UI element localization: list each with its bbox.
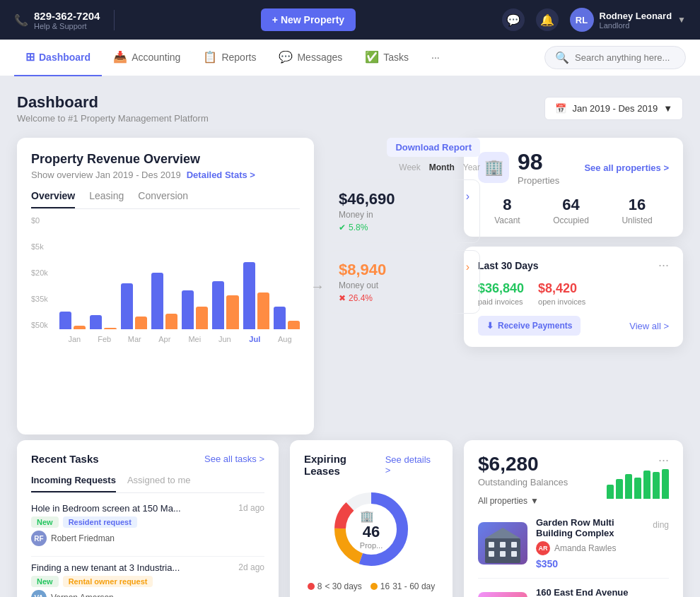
- user-profile[interactable]: RL Rodney Leonard Landlord ▼: [570, 8, 686, 32]
- task-user-avatar: RF: [31, 531, 47, 546]
- scroll-right-icon[interactable]: →: [310, 278, 325, 295]
- tab-month[interactable]: Month: [429, 162, 455, 172]
- bar-group-mei: [182, 290, 208, 329]
- donut-chart: 🏢 46 Prop...: [304, 487, 438, 572]
- paid-amount: $36,840: [478, 281, 524, 296]
- all-props-label: All properties: [478, 496, 527, 506]
- sidebar-item-dashboard[interactable]: ⊞ Dashboard: [14, 40, 102, 76]
- task-user-avatar: VA: [31, 590, 47, 597]
- expiring-leases-card: Expiring Leases See details > 🏢: [290, 440, 453, 597]
- outstanding-label: Outstanding Balances: [478, 477, 568, 487]
- mini-bar-6: [653, 472, 660, 499]
- tab-assigned-to-me[interactable]: Assigned to me: [127, 475, 191, 492]
- tab-overview[interactable]: Overview: [31, 190, 75, 208]
- money-in-amount: $46,690: [339, 190, 395, 208]
- agent-name-1: Amanda Rawles: [554, 543, 616, 553]
- tab-week[interactable]: Week: [399, 162, 420, 172]
- receive-payments-button[interactable]: ⬇ Receive Payments: [478, 316, 581, 336]
- legend-30days: 8 < 30 days: [308, 581, 362, 591]
- sidebar-item-more[interactable]: ···: [420, 40, 451, 76]
- money-panel: Download Report Week Month Year $46,690 …: [328, 138, 480, 321]
- properties-card: 🏢 98 Properties See all properties > 8 V…: [464, 138, 683, 237]
- legend-dot-red: [308, 583, 315, 590]
- money-in-percent: 5.8%: [349, 223, 368, 232]
- bar-mar-blue: [121, 283, 133, 329]
- more-options-icon[interactable]: ···: [658, 453, 669, 468]
- open-invoices-block: $8,420 open invoices: [538, 281, 585, 306]
- see-all-properties-link[interactable]: See all properties >: [584, 162, 669, 173]
- page-header: Dashboard Welcome to #1 Property Managem…: [17, 93, 683, 124]
- open-amount: $8,420: [538, 281, 585, 296]
- date-range-picker[interactable]: 📅 Jan 2019 - Des 2019 ▼: [544, 97, 683, 120]
- reports-icon: 📋: [203, 50, 217, 64]
- date-range-label: Jan 2019 - Des 2019: [572, 103, 658, 114]
- see-all-tasks-link[interactable]: See all tasks >: [204, 454, 264, 464]
- money-out-label: Money out: [339, 280, 386, 290]
- revenue-card-title: Property Revenue Overview: [31, 152, 300, 167]
- property-name-2: 160 East End Avenue Townhouse: [536, 587, 669, 597]
- agent-badge-1: AR: [536, 541, 550, 555]
- outstanding-left: $6,280 Outstanding Balances All properti…: [478, 453, 568, 506]
- mini-bar-3: [625, 474, 632, 499]
- chat-icon[interactable]: 💬: [502, 8, 525, 31]
- mini-bar-chart: [607, 471, 669, 499]
- bell-icon[interactable]: 🔔: [536, 8, 559, 31]
- view-all-link[interactable]: View all >: [629, 321, 669, 331]
- search-input[interactable]: [575, 52, 675, 63]
- download-report-button[interactable]: Download Report: [387, 138, 480, 157]
- money-out-section[interactable]: $8,940 Money out ✖ 26.4% ›: [328, 250, 480, 314]
- bar-apr-blue: [151, 273, 163, 329]
- bar-group-jun: [212, 281, 238, 329]
- sidebar-item-accounting[interactable]: 📥 Accounting: [102, 40, 192, 76]
- more-options-icon[interactable]: ···: [658, 258, 669, 273]
- new-property-button[interactable]: + New Property: [261, 8, 356, 31]
- bar-apr-orange: [165, 314, 177, 329]
- search-bar[interactable]: 🔍: [544, 46, 686, 69]
- y-axis-labels: $50k $35k $20k $5k $0: [31, 216, 57, 329]
- x-jun: Jun: [210, 335, 240, 343]
- mini-bar-2: [616, 479, 623, 499]
- see-details-link[interactable]: See details >: [385, 454, 438, 475]
- sidebar-item-reports[interactable]: 📋 Reports: [192, 40, 267, 76]
- x-apr: Apr: [150, 335, 180, 343]
- sidebar-item-tasks[interactable]: ✅ Tasks: [354, 40, 420, 76]
- occupied-label: Occupied: [553, 215, 589, 225]
- download-icon: ⬇: [486, 321, 494, 331]
- svg-rect-8: [489, 551, 494, 557]
- outstanding-balances-card: $6,280 Outstanding Balances All properti…: [464, 440, 683, 597]
- arrow-right-icon: ›: [466, 190, 469, 203]
- tab-conversion[interactable]: Conversion: [138, 190, 188, 208]
- tab-incoming-requests[interactable]: Incoming Requests: [31, 475, 116, 492]
- vacant-label: Vacant: [494, 215, 520, 225]
- building-small-icon: 🏢: [360, 509, 374, 523]
- warning-icon: ✖: [339, 293, 346, 303]
- x-jan: Jan: [59, 335, 90, 343]
- task-divider: [31, 556, 264, 557]
- chevron-down-icon: ▼: [663, 103, 672, 114]
- mini-bar-4: [634, 478, 641, 499]
- y-label-2: $20k: [31, 268, 57, 277]
- bar-jan-blue: [59, 312, 71, 329]
- sidebar-item-messages[interactable]: 💬 Messages: [267, 40, 354, 76]
- x-jul: Jul: [240, 335, 270, 343]
- occupied-count: 64: [553, 196, 589, 214]
- right-panel: 🏢 98 Properties See all properties > 8 V…: [464, 138, 683, 347]
- bar-jul-orange: [257, 292, 269, 329]
- bar-group-jan: [59, 312, 86, 329]
- property-image-2: [478, 592, 527, 597]
- task-user: RF Robert Friedman: [31, 531, 264, 546]
- svg-rect-9: [500, 551, 506, 557]
- tasks-card-header: Recent Tasks See all tasks >: [31, 453, 264, 465]
- tab-leasing[interactable]: Leasing: [89, 190, 124, 208]
- outstanding-header: $6,280 Outstanding Balances All properti…: [478, 453, 669, 506]
- task-user-name: Robert Friedman: [51, 533, 115, 543]
- last30-amounts: $36,840 paid invoices $8,420 open invoic…: [478, 281, 669, 306]
- y-label-4: $0: [31, 216, 57, 225]
- tab-year[interactable]: Year: [463, 162, 480, 172]
- tasks-icon: ✅: [365, 50, 379, 64]
- donut-center: 🏢 46 Prop...: [360, 509, 383, 550]
- all-props-dropdown[interactable]: All properties ▼: [478, 496, 568, 506]
- money-in-section[interactable]: $46,690 Money in ✔ 5.8% ›: [328, 179, 480, 243]
- bar-aug-orange: [288, 321, 300, 329]
- detailed-stats-link[interactable]: Detailed Stats >: [187, 170, 255, 180]
